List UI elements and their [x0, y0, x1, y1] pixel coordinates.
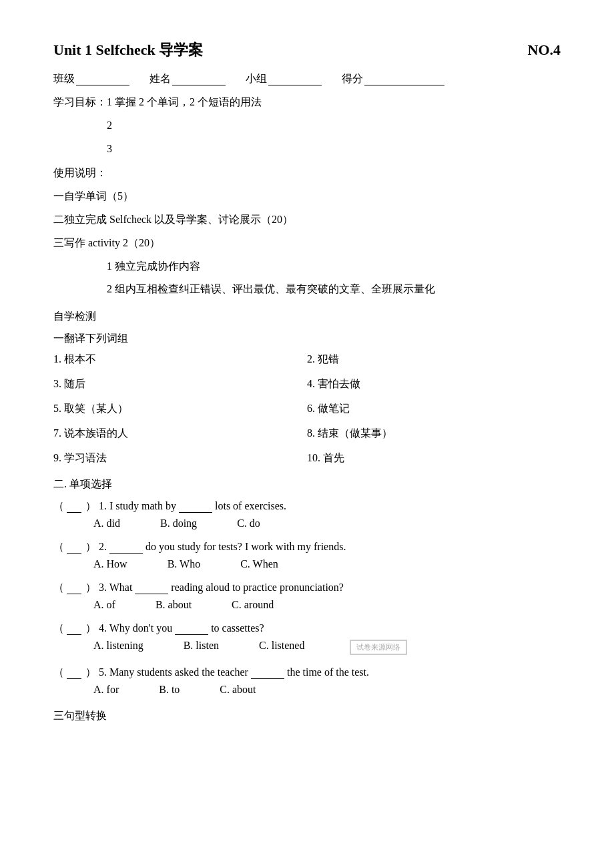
vocab-item-1: 1. 根本不 — [53, 353, 307, 367]
q1-opt-c: C. do — [237, 517, 260, 529]
q5-paren-close: ） — [85, 666, 96, 680]
q2-opt-b: B. Who — [168, 558, 200, 570]
q5-options: A. for B. to C. about — [53, 684, 561, 696]
q3-fill-blank[interactable] — [135, 582, 168, 594]
q1-opt-b: B. doing — [160, 517, 197, 529]
instruction-3: 三写作 activity 2（20） — [53, 234, 561, 253]
objective-3-row: 3 — [53, 140, 561, 159]
stamp-watermark: 试卷来源网络 — [350, 640, 407, 655]
q4-rest: to cassettes? — [211, 622, 264, 634]
q2-opt-a: A. How — [93, 558, 127, 570]
q4-paren-open: （ — [53, 622, 64, 636]
vocab-item-5: 5. 取笑（某人） — [53, 402, 307, 416]
q3-line: （ ） 3. What reading aloud to practice pr… — [53, 581, 561, 595]
score-label: 得分 — [342, 72, 363, 86]
objective-3: 3 — [107, 143, 112, 154]
q5-fill-blank[interactable] — [251, 666, 284, 679]
q3-opt-a: A. of — [93, 599, 115, 611]
question-2: （ ） 2. do you study for tests? I work wi… — [53, 540, 561, 570]
title-row: Unit 1 Selfcheck 导学案 NO.4 — [53, 40, 561, 60]
self-check-label: 自学检测 — [53, 310, 561, 324]
q3-rest: reading aloud to practice pronunciation? — [171, 582, 344, 594]
info-row: 班级 姓名 小组 得分 — [53, 72, 561, 86]
q4-opt-b: B. listen — [184, 640, 219, 655]
q2-paren-open: （ — [53, 540, 64, 554]
q4-line: （ ） 4. Why don't you to cassettes? — [53, 622, 561, 636]
name-blank[interactable] — [172, 73, 226, 85]
objective-1: 1 掌握 2 个单词，2 个短语的用法 — [107, 96, 262, 107]
group-blank[interactable] — [268, 73, 322, 85]
question-4: （ ） 4. Why don't you to cassettes? A. li… — [53, 622, 561, 655]
instructions-header: 使用说明： — [53, 167, 107, 178]
q5-answer-blank[interactable] — [67, 666, 81, 679]
section2-title: 二. 单项选择 — [53, 477, 561, 491]
question-3: （ ） 3. What reading aloud to practice pr… — [53, 581, 561, 611]
instructions-label: 使用说明： — [53, 164, 561, 183]
q5-paren-open: （ — [53, 666, 64, 680]
q3-opt-c: C. around — [232, 599, 274, 611]
q4-opt-a: A. listening — [93, 640, 143, 655]
q1-options: A. did B. doing C. do — [53, 517, 561, 529]
vocab-item-2: 2. 犯错 — [307, 353, 561, 367]
main-title: Unit 1 Selfcheck 导学案 — [53, 40, 203, 60]
question-1: （ ） 1. I study math by lots of exercises… — [53, 499, 561, 529]
q4-num: 4. Why don't you — [99, 622, 172, 634]
q3-options: A. of B. about C. around — [53, 599, 561, 611]
q2-rest: do you study for tests? I work with my f… — [145, 541, 346, 553]
q2-answer-blank[interactable] — [67, 541, 81, 554]
score-blank[interactable] — [364, 73, 444, 85]
q1-fill-blank[interactable] — [179, 500, 212, 513]
q4-opt-c: C. listened — [259, 640, 304, 655]
q3-num: 3. What — [99, 582, 132, 594]
q2-line: （ ） 2. do you study for tests? I work wi… — [53, 540, 561, 554]
objective-2: 2 — [107, 120, 112, 131]
q2-opt-c: C. When — [240, 558, 278, 570]
q2-num: 2. — [99, 541, 107, 553]
class-field: 班级 — [53, 72, 129, 86]
section1-title: 一翻译下列词组 — [53, 332, 561, 346]
class-blank[interactable] — [76, 73, 129, 85]
q5-opt-c: C. about — [220, 684, 256, 696]
q1-paren-close: ） — [85, 499, 96, 513]
q5-line: （ ） 5. Many students asked the teacher t… — [53, 666, 561, 680]
vocab-item-7: 7. 说本族语的人 — [53, 427, 307, 441]
q2-fill-blank[interactable] — [109, 541, 143, 554]
q5-opt-b: B. to — [159, 684, 180, 696]
vocab-item-9: 9. 学习语法 — [53, 451, 307, 465]
vocab-item-10: 10. 首先 — [307, 451, 561, 465]
score-field: 得分 — [342, 72, 444, 86]
q5-num: 5. Many students asked the teacher — [99, 666, 248, 678]
q1-paren-open: （ — [53, 499, 64, 513]
q2-paren-close: ） — [85, 540, 96, 554]
q3-answer-blank[interactable] — [67, 582, 81, 594]
instruction-2: 二独立完成 Selfcheck 以及导学案、讨论展示（20） — [53, 210, 561, 230]
section3-title: 三句型转换 — [53, 709, 561, 723]
vocab-grid: 1. 根本不 2. 犯错 3. 随后 4. 害怕去做 5. 取笑（某人） 6. … — [53, 353, 561, 465]
q4-fill-blank[interactable] — [175, 622, 208, 635]
q5-rest: the time of the test. — [287, 666, 369, 678]
q4-answer-blank[interactable] — [67, 622, 81, 635]
group-label: 小组 — [246, 72, 267, 86]
name-label: 姓名 — [149, 72, 171, 86]
q3-paren-open: （ — [53, 581, 64, 595]
objectives-label: 学习目标： — [53, 96, 107, 107]
instruction-sub1: 1 独立完成协作内容 — [53, 257, 561, 276]
q1-line: （ ） 1. I study math by lots of exercises… — [53, 499, 561, 513]
vocab-item-4: 4. 害怕去做 — [307, 377, 561, 391]
objective-2-row: 2 — [53, 116, 561, 136]
q3-opt-b: B. about — [156, 599, 192, 611]
q1-opt-a: A. did — [93, 517, 120, 529]
q5-opt-a: A. for — [93, 684, 119, 696]
name-field: 姓名 — [149, 72, 226, 86]
q1-num: 1. I study math by — [99, 500, 176, 512]
group-field: 小组 — [246, 72, 322, 86]
objectives-section: 学习目标：1 掌握 2 个单词，2 个短语的用法 — [53, 93, 561, 112]
q1-rest: lots of exercises. — [215, 500, 286, 512]
q3-paren-close: ） — [85, 581, 96, 595]
q1-answer-blank[interactable] — [67, 500, 81, 513]
vocab-item-6: 6. 做笔记 — [307, 402, 561, 416]
vocab-item-3: 3. 随后 — [53, 377, 307, 391]
q4-paren-close: ） — [85, 622, 96, 636]
instruction-sub2: 2 组内互相检查纠正错误、评出最优、最有突破的文章、全班展示量化 — [53, 280, 561, 299]
q4-options: A. listening B. listen C. listened 试卷来源网… — [53, 640, 561, 655]
